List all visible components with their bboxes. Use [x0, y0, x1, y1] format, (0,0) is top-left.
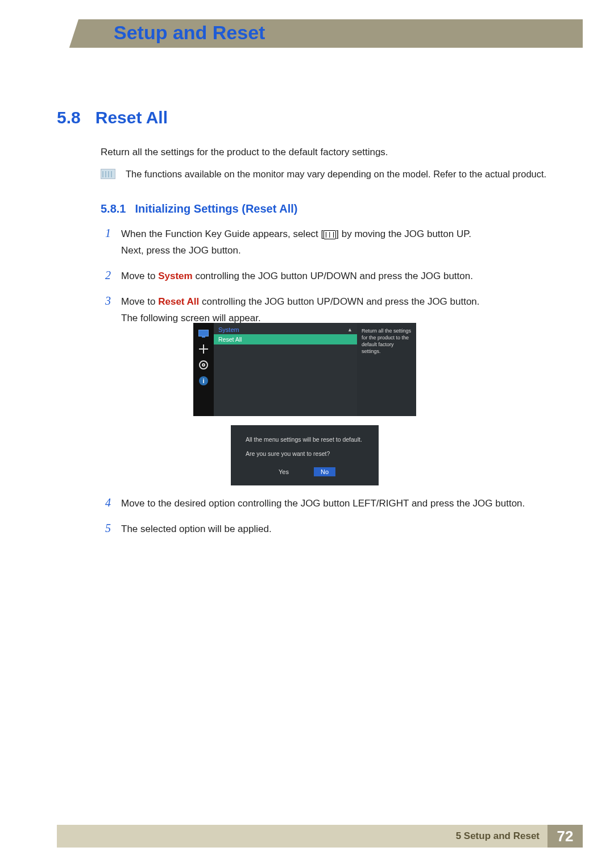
step-text: ] by moving the JOG button UP.	[336, 229, 471, 239]
note-text: The functions available on the monitor m…	[126, 169, 546, 180]
info-icon: i	[198, 376, 209, 385]
step-text: controlling the JOG button UP/DOWN and p…	[199, 296, 479, 307]
gear-icon	[198, 360, 209, 369]
note-icon	[101, 169, 115, 179]
osd-dialog: All the menu settings will be reset to d…	[231, 425, 379, 485]
step-number: 3	[101, 294, 111, 327]
step-number: 1	[101, 226, 111, 259]
step-body: Move to Reset All controlling the JOG bu…	[121, 294, 480, 327]
step-body: When the Function Key Guide appears, sel…	[121, 226, 471, 259]
osd-content: System ▲ Reset All	[214, 323, 357, 416]
footer-page-number: 72	[547, 825, 583, 848]
step-body: Move to the desired option controlling t…	[121, 496, 525, 512]
osd-sidebar: i	[193, 323, 214, 416]
osd-main-panel: i System ▲ Reset All Return all the sett…	[193, 323, 416, 416]
step-number: 4	[101, 496, 111, 512]
osd-system-label: System ▲	[214, 323, 357, 334]
yes-button[interactable]: Yes	[274, 467, 293, 476]
keyword-reset-all: Reset All	[158, 296, 199, 307]
osd-reset-all-row[interactable]: Reset All	[214, 334, 357, 344]
section-title: Reset All	[96, 108, 168, 127]
step-text: Next, press the JOG button.	[121, 245, 241, 256]
subsection-title: Initializing Settings (Reset All)	[135, 202, 297, 215]
step-number: 2	[101, 268, 111, 285]
step-text: Move to	[121, 296, 158, 307]
osd-dialog-buttons: Yes No	[246, 467, 364, 476]
keyword-system: System	[158, 271, 192, 281]
section-intro: Return all the settings for the product …	[101, 147, 388, 158]
step-2: 2 Move to System controlling the JOG but…	[101, 268, 583, 285]
monitor-icon	[198, 329, 209, 338]
step-text: Move to	[121, 271, 158, 281]
step-4: 4 Move to the desired option controlling…	[101, 496, 583, 512]
menu-icon	[323, 230, 336, 239]
subsection-heading: 5.8.1 Initializing Settings (Reset All)	[101, 202, 297, 215]
step-3: 3 Move to Reset All controlling the JOG …	[101, 294, 583, 327]
section-number: 5.8	[57, 108, 81, 127]
move-icon	[198, 344, 209, 354]
step-number: 5	[101, 521, 111, 538]
no-button[interactable]: No	[314, 467, 335, 476]
step-body: Move to System controlling the JOG butto…	[121, 268, 473, 285]
note: The functions available on the monitor m…	[101, 169, 583, 180]
osd-dialog-message: All the menu settings will be reset to d…	[246, 435, 364, 445]
step-5: 5 The selected option will be applied.	[101, 521, 583, 538]
subsection-number: 5.8.1	[101, 202, 126, 215]
steps-upper: 1 When the Function Key Guide appears, s…	[101, 226, 583, 335]
step-text: When the Function Key Guide appears, sel…	[121, 229, 323, 239]
steps-lower: 4 Move to the desired option controlling…	[101, 496, 583, 547]
osd-system-text: System	[218, 326, 239, 333]
chevron-up-icon: ▲	[347, 327, 352, 333]
step-text: controlling the JOG button UP/DOWN and p…	[193, 271, 473, 281]
osd-screenshot: i System ▲ Reset All Return all the sett…	[193, 323, 416, 485]
chapter-title: Setup and Reset	[114, 22, 265, 44]
osd-help-panel: Return all the settings for the product …	[357, 323, 416, 416]
step-1: 1 When the Function Key Guide appears, s…	[101, 226, 583, 259]
section-heading: 5.8 Reset All	[57, 108, 168, 127]
step-text: The following screen will appear.	[121, 313, 261, 323]
osd-dialog-question: Are you sure you want to reset?	[246, 450, 364, 457]
footer-chapter: 5 Setup and Reset	[456, 830, 547, 842]
footer: 5 Setup and Reset 72	[57, 825, 583, 848]
step-body: The selected option will be applied.	[121, 521, 272, 538]
